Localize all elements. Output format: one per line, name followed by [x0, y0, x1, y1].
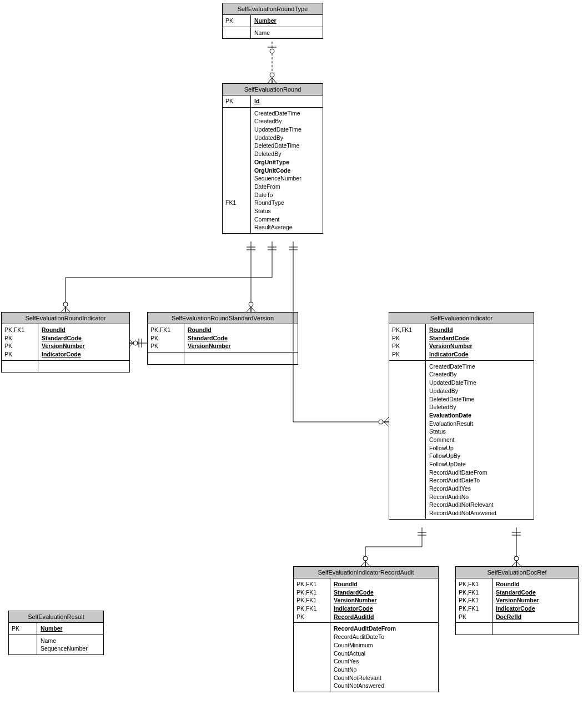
entity-header: SelfEvaluationRoundIndicator	[2, 313, 129, 324]
svg-point-50	[514, 556, 519, 561]
entity-roundstdver: SelfEvaluationRoundStandardVersion PK,FK…	[147, 312, 298, 365]
svg-line-44	[361, 561, 365, 566]
svg-point-27	[379, 420, 383, 424]
entity-roundtype: SelfEvaluationRoundType PK Number Name	[222, 3, 323, 39]
svg-point-10	[249, 302, 253, 306]
svg-line-5	[272, 78, 277, 83]
entity-docref: SelfEvaluationDocRef PK,FK1PK,FK1PK,FK1P…	[455, 566, 579, 635]
entity-round: SelfEvaluationRound PK Id FK1 CreatedDat…	[222, 83, 323, 234]
svg-point-3	[270, 73, 274, 77]
svg-line-29	[384, 422, 389, 426]
svg-line-4	[268, 78, 272, 83]
svg-line-45	[365, 561, 370, 566]
svg-point-34	[133, 341, 138, 345]
entity-indicator: SelfEvaluationIndicator PK,FK1PKPKPK Rou…	[389, 312, 534, 520]
entity-header: SelfEvaluationIndicatorRecordAudit	[294, 567, 438, 578]
svg-line-51	[512, 561, 516, 566]
svg-line-12	[251, 307, 255, 312]
svg-line-52	[516, 561, 521, 566]
entity-header: SelfEvaluationDocRef	[456, 567, 578, 578]
entity-recordaudit: SelfEvaluationIndicatorRecordAudit PK,FK…	[293, 566, 439, 692]
svg-line-20	[61, 307, 66, 312]
svg-point-19	[63, 302, 68, 306]
entity-header: SelfEvaluationResult	[9, 611, 103, 623]
svg-point-43	[363, 556, 368, 561]
entity-header: SelfEvaluationRoundType	[223, 3, 323, 15]
svg-point-2	[270, 49, 274, 53]
entity-result: SelfEvaluationResult PK Number Name Sequ…	[8, 611, 104, 655]
entity-header: SelfEvaluationRoundStandardVersion	[148, 313, 298, 324]
entity-header: SelfEvaluationRound	[223, 84, 323, 95]
svg-line-21	[66, 307, 70, 312]
svg-line-28	[384, 417, 389, 422]
svg-line-11	[247, 307, 251, 312]
entity-header: SelfEvaluationIndicator	[389, 313, 534, 324]
entity-roundindicator: SelfEvaluationRoundIndicator PK,FK1PKPKP…	[1, 312, 130, 372]
